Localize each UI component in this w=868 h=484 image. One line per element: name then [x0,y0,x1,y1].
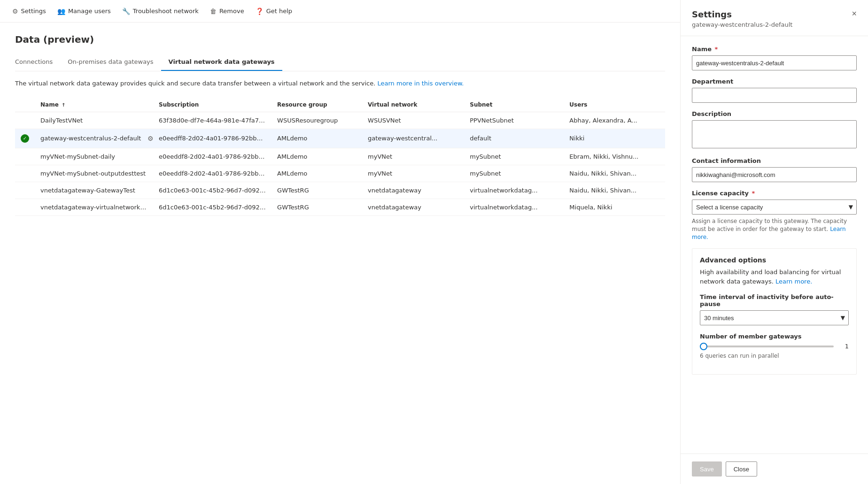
name-label: Name * [692,46,857,53]
col-virtual-network: Virtual network [362,98,464,112]
cell-virtual-network: vnetdatagateway [362,199,464,215]
cell-users: Ebram, Nikki, Vishnu... [564,148,665,165]
row-status-icon: ✓ [21,134,29,143]
advanced-learn-more-link[interactable]: Learn more. [775,278,812,285]
panel-header: Settings gateway-westcentralus-2-default… [681,0,868,36]
cell-name: DailyTestVNet [35,112,153,129]
cell-resource-group: WSUSResouregroup [271,112,362,129]
troubleshoot-label: Troubleshoot network [133,8,199,15]
col-subnet: Subnet [464,98,564,112]
contact-label: Contact information [692,157,857,164]
cell-subnet: default [464,129,564,148]
cell-virtual-network: WSUSVNet [362,112,464,129]
cell-resource-group: AMLdemo [271,129,362,148]
page-title: Data (preview) [15,34,665,45]
cell-subnet: mySubnet [464,148,564,165]
toolbar-manage-users[interactable]: 👥 Manage users [53,6,116,17]
cell-users: Naidu, Nikki, Shivan... [564,182,665,199]
panel-body: Name * Department Description Contact in… [681,36,868,453]
license-label: License capacity * [692,190,857,197]
cell-name: vnetdatagateway-virtualnetworkdata... [35,199,153,215]
cell-subnet: mySubnet [464,165,564,182]
name-input[interactable] [692,55,857,70]
toolbar: ⚙ Settings 👥 Manage users 🔧 Troubleshoot… [0,0,680,23]
member-gateways-hint: 6 queries can run in parallel [700,353,849,359]
panel-title: Settings [692,9,792,19]
cell-subscription: 63f38d0e-df7e-464a-981e-47fa78f30861 [153,112,271,129]
department-field-group: Department [692,78,857,103]
table-header-row: Name ↑ Subscription Resource group Virtu… [15,98,665,112]
description-label: Description [692,110,857,117]
toolbar-remove[interactable]: 🗑 Remove [205,6,249,17]
main-content: ⚙ Settings 👥 Manage users 🔧 Troubleshoot… [0,0,680,484]
cell-resource-group: GWTestRG [271,199,362,215]
cell-virtual-network: myVNet [362,148,464,165]
description-field-group: Description [692,110,857,150]
panel-close-button[interactable]: × [852,9,857,18]
panel-title-group: Settings gateway-westcentralus-2-default [692,9,792,28]
member-gateways-slider-row: 1 [700,343,849,350]
tab-connections[interactable]: Connections [15,54,60,71]
learn-more-link[interactable]: Learn more in this overview. [378,80,464,87]
remove-label: Remove [219,8,244,15]
time-interval-label: Time interval of inactivity before auto-… [700,293,849,307]
troubleshoot-icon: 🔧 [122,8,130,15]
time-interval-group: Time interval of inactivity before auto-… [700,293,849,325]
cell-subnet: PPVNetSubnet [464,112,564,129]
member-gateways-label: Number of member gateways [700,333,849,340]
toolbar-settings[interactable]: ⚙ Settings [8,6,51,17]
license-select[interactable]: Select a license capacity Option 1 Optio… [692,200,857,215]
cell-subscription: e0eeddf8-2d02-4a01-9786-92bb0e0cb... [153,165,271,182]
manage-users-label: Manage users [68,8,111,15]
description-textarea[interactable] [692,120,857,148]
manage-users-icon: 👥 [57,8,65,15]
get-help-label: Get help [266,8,292,15]
row-gear-button[interactable]: ⚙ [146,134,153,143]
member-gateways-slider[interactable] [700,346,834,347]
cell-virtual-network: myVNet [362,165,464,182]
contact-input[interactable] [692,167,857,182]
cell-subscription: e0eedff8-2d02-4a01-9786-92bb0e0cb... [153,129,271,148]
cell-subnet: virtualnetworkdatag... [464,199,564,215]
cell-name: gateway-westcentralus-2-default⚙··· [35,129,153,148]
settings-panel: Settings gateway-westcentralus-2-default… [680,0,868,484]
table-row[interactable]: myVNet-mySubnet-outputdestteste0eeddf8-2… [15,165,665,182]
description-text: The virtual network data gateway provide… [15,79,665,88]
panel-footer: Save Close [681,453,868,484]
department-label: Department [692,78,857,85]
table-row[interactable]: vnetdatagateway-virtualnetworkdata...6d1… [15,199,665,215]
advanced-options-title: Advanced options [700,256,849,264]
cell-virtual-network: vnetdatagateway [362,182,464,199]
tab-virtual-network[interactable]: Virtual network data gateways [161,54,282,71]
table-row[interactable]: DailyTestVNet63f38d0e-df7e-464a-981e-47f… [15,112,665,129]
tab-on-premises[interactable]: On-premises data gateways [60,54,161,71]
cell-name: myVNet-mySubnet-daily [35,148,153,165]
col-name: Name ↑ [35,98,153,112]
save-button[interactable]: Save [692,461,722,476]
contact-field-group: Contact information [692,157,857,182]
cell-resource-group: AMLdemo [271,148,362,165]
department-input[interactable] [692,88,857,103]
cell-resource-group: AMLdemo [271,165,362,182]
table-row[interactable]: vnetdatagateway-GatewayTest6d1c0e63-001c… [15,182,665,199]
table-row[interactable]: myVNet-mySubnet-dailye0eeddf8-2d02-4a01-… [15,148,665,165]
panel-subtitle: gateway-westcentralus-2-default [692,21,792,28]
col-icon [15,98,35,112]
license-select-wrapper: Select a license capacity Option 1 Optio… [692,200,857,215]
table-row[interactable]: ✓gateway-westcentralus-2-default⚙···e0ee… [15,129,665,148]
cell-subscription: 6d1c0e63-001c-45b2-96d7-d092e94c8... [153,182,271,199]
page-body: Data (preview) Connections On-premises d… [0,23,680,227]
toolbar-get-help[interactable]: ❓ Get help [251,6,297,17]
remove-icon: 🗑 [210,8,217,15]
col-subscription: Subscription [153,98,271,112]
toolbar-troubleshoot-network[interactable]: 🔧 Troubleshoot network [117,6,203,17]
close-panel-button[interactable]: Close [726,461,757,476]
settings-icon: ⚙ [12,8,18,15]
advanced-options-description: High availability and load balancing for… [700,268,849,286]
cell-subscription: 6d1c0e63-001c-45b2-96d7-d092e94c8... [153,199,271,215]
cell-users: Miquela, Nikki [564,199,665,215]
license-helper-text: Assign a license capacity to this gatewa… [692,217,857,241]
time-interval-select[interactable]: 5 minutes 10 minutes 15 minutes 30 minut… [700,310,849,325]
col-users: Users [564,98,665,112]
cell-virtual-network: gateway-westcentral... [362,129,464,148]
